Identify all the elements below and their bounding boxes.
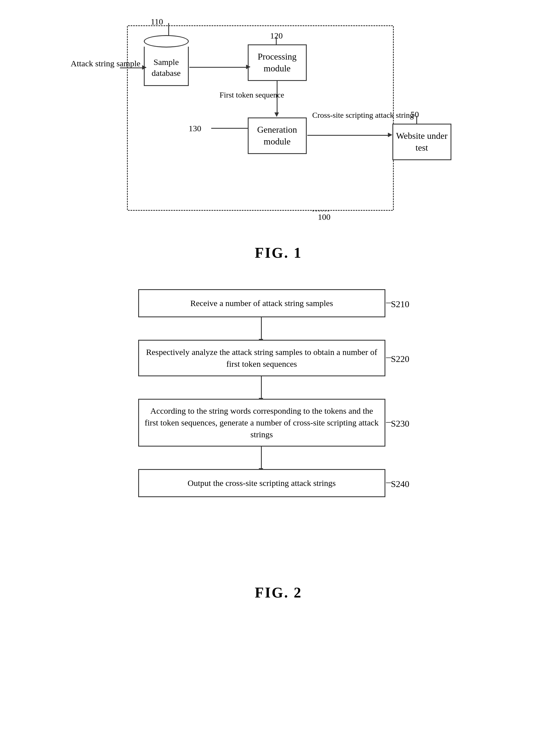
fig2-caption: FIG. 2 xyxy=(255,584,302,601)
sample-database: Sample database xyxy=(144,35,189,86)
label-130: 130 xyxy=(189,124,201,133)
label-50: 50 xyxy=(411,110,419,119)
fig2-diagram: Receive a number of attack string sample… xyxy=(110,284,447,579)
website-under-test-label: Website under test xyxy=(393,130,450,153)
s240-text: Output the cross-site scripting attack s… xyxy=(187,477,336,489)
s220-text: Respectively analyze the attack string s… xyxy=(145,346,379,370)
page: 110 Sample database Attack string sample… xyxy=(0,0,557,756)
s230-text: According to the string words correspond… xyxy=(145,405,379,440)
processing-module-box: Processing module xyxy=(248,45,307,81)
generation-module-label: Generation module xyxy=(248,124,306,147)
fig1-caption: FIG. 1 xyxy=(255,245,302,261)
s220-box: Respectively analyze the attack string s… xyxy=(138,340,385,376)
label-100: 100 xyxy=(318,212,331,222)
website-under-test-box: Website under test xyxy=(392,124,451,160)
s240-box: Output the cross-site scripting attack s… xyxy=(138,469,385,497)
s210-box: Receive a number of attack string sample… xyxy=(138,289,385,317)
s220-label: S220 xyxy=(391,354,410,364)
s210-label: S210 xyxy=(391,299,410,309)
fig1-diagram: 110 Sample database Attack string sample… xyxy=(68,17,489,236)
generation-module-box: Generation module xyxy=(248,117,307,154)
s240-label: S240 xyxy=(391,479,410,489)
s230-box: According to the string words correspond… xyxy=(138,399,385,447)
first-token-sequence-label: First token sequence xyxy=(219,89,284,100)
sample-database-label: Sample database xyxy=(145,56,188,78)
s230-label: S230 xyxy=(391,418,410,429)
processing-module-label: Processing module xyxy=(248,51,306,74)
cross-site-label: Cross-site scripting attack string xyxy=(312,110,414,120)
label-110: 110 xyxy=(151,17,163,26)
s210-text: Receive a number of attack string sample… xyxy=(190,297,333,309)
